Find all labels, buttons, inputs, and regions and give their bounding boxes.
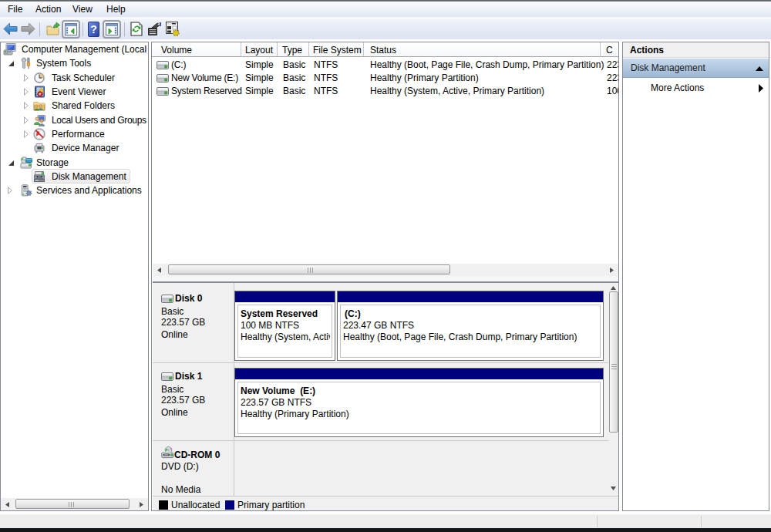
svg-text:?: ? (90, 23, 97, 35)
